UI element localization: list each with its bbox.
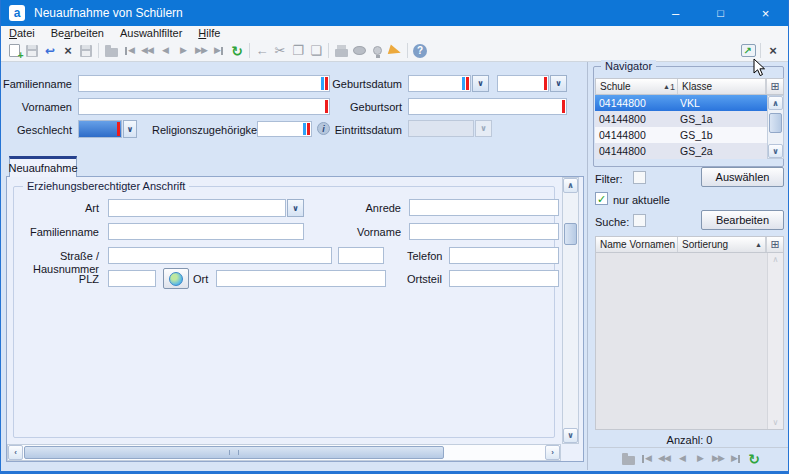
bearbeiten-button[interactable]: Bearbeiten <box>701 210 784 230</box>
geburtsort-input[interactable] <box>408 98 567 115</box>
fast-forward-button[interactable]: ▶▶ <box>192 42 210 59</box>
print-button[interactable] <box>332 42 350 59</box>
geschlecht-label: Geschlecht <box>1 124 72 137</box>
last-record-button[interactable]: ▶ <box>210 42 228 59</box>
new-record-button[interactable]: + <box>5 42 23 59</box>
fast-backward-button[interactable]: ◀◀ <box>138 42 156 59</box>
fast-backward-button[interactable]: ◀◀ <box>655 450 673 467</box>
column-header-schule[interactable]: Schule ▲ 1 <box>596 79 678 94</box>
geschlecht-combo[interactable]: ∨ <box>78 120 137 138</box>
chevron-down-icon[interactable]: ∨ <box>123 120 137 138</box>
vorname-input[interactable] <box>409 223 559 240</box>
table-row[interactable]: 04144800GS_1b <box>595 127 767 143</box>
last-record-button[interactable]: ▶ <box>727 450 745 467</box>
scroll-up-icon[interactable]: ∧ <box>563 178 578 193</box>
app-window: a Neuaufnahme von Schülern – □ × Datei B… <box>0 0 789 474</box>
preview-icon <box>353 46 366 55</box>
scroll-left-icon[interactable]: ‹ <box>8 445 23 460</box>
help-button[interactable]: ? <box>411 42 429 59</box>
menu-bearbeiten[interactable]: Bearbeiten <box>43 26 112 40</box>
hausnummer-input[interactable] <box>338 247 384 264</box>
paste-button[interactable]: ❏ <box>307 42 325 59</box>
info-icon[interactable]: i <box>317 122 330 135</box>
save-close-button[interactable] <box>77 42 95 59</box>
scroll-up-icon[interactable]: ∧ <box>768 96 783 110</box>
chevron-down-icon[interactable]: ∨ <box>550 75 567 92</box>
anrede-input[interactable] <box>409 199 559 216</box>
nur-aktuelle-checkbox[interactable]: ✓ <box>595 192 608 205</box>
required-marker <box>325 77 328 90</box>
first-record-button[interactable]: ◀ <box>637 450 655 467</box>
next-record-button[interactable]: ▶ <box>691 450 709 467</box>
cut-button[interactable]: ✂ <box>271 42 289 59</box>
save-button[interactable] <box>23 42 41 59</box>
maximize-button[interactable]: □ <box>698 0 743 26</box>
vornamen-input[interactable] <box>78 98 330 115</box>
notification-button[interactable] <box>386 42 404 59</box>
copy-button[interactable]: ❐ <box>289 42 307 59</box>
tab-neuaufnahme[interactable]: Neuaufnahme <box>9 156 77 177</box>
chevron-down-icon[interactable]: ∨ <box>472 75 489 92</box>
refresh-button[interactable]: ↻ <box>745 450 763 467</box>
column-header-sortierung[interactable]: Sortierung ▲ <box>678 237 766 252</box>
column-header-klasse[interactable]: Klasse <box>678 79 766 94</box>
religion-input[interactable] <box>257 121 312 137</box>
plz-lookup-button[interactable] <box>163 268 189 289</box>
column-header-name-vornamen[interactable]: Name Vornamen <box>596 237 678 252</box>
toolbar-separator <box>98 43 99 58</box>
detach-panel-button[interactable]: ↗ <box>739 42 757 59</box>
folder-button[interactable] <box>102 42 120 59</box>
undo-button[interactable]: ↩ <box>41 42 59 59</box>
suche-checkbox[interactable] <box>633 214 646 227</box>
scrollbar-thumb[interactable] <box>769 113 782 133</box>
column-chooser-icon[interactable]: ⊞ <box>766 237 783 252</box>
column-chooser-icon[interactable]: ⊞ <box>766 79 783 94</box>
menu-datei[interactable]: Datei <box>1 26 43 40</box>
first-record-button[interactable]: ◀ <box>120 42 138 59</box>
close-button[interactable]: × <box>743 0 788 26</box>
preview-button[interactable] <box>350 42 368 59</box>
lightbulb-icon <box>373 46 382 55</box>
folder-icon <box>622 456 635 465</box>
next-record-button[interactable]: ▶ <box>174 42 192 59</box>
previous-record-button[interactable]: ◀ <box>673 450 691 467</box>
form-vertical-scrollbar[interactable]: ∧ ∨ <box>562 177 579 444</box>
close-panel-button[interactable]: × <box>764 42 782 59</box>
filter-checkbox[interactable] <box>633 171 646 184</box>
geburtsdatum-combo[interactable]: ∨ <box>408 75 489 92</box>
ortsteil-input[interactable] <box>449 270 559 287</box>
table-row[interactable]: 04144800GS_2a <box>595 143 767 159</box>
chevron-down-icon[interactable]: ∨ <box>287 199 304 217</box>
menu-auswahlfilter[interactable]: Auswahlfilter <box>112 26 190 40</box>
folder-button[interactable] <box>619 450 637 467</box>
anzahl-status: Anzahl: 0 <box>595 434 784 447</box>
sort-asc-icon: ▲ <box>663 83 670 90</box>
results-scrollbar[interactable]: ∧ ∨ <box>767 253 783 429</box>
plz-input[interactable] <box>108 270 156 287</box>
art-combo[interactable]: ∨ <box>108 199 304 217</box>
menu-hilfe[interactable]: Hilfe <box>190 26 228 40</box>
previous-record-button[interactable]: ◀ <box>156 42 174 59</box>
fast-forward-button[interactable]: ▶▶ <box>709 450 727 467</box>
delete-button[interactable]: × <box>59 42 77 59</box>
table-row[interactable]: 04144800GS_1a <box>595 111 767 127</box>
familienname-input[interactable] <box>78 75 330 92</box>
ort-input[interactable] <box>216 270 386 287</box>
scrollbar-thumb[interactable] <box>564 223 577 245</box>
hint-button[interactable] <box>368 42 386 59</box>
navigator-scrollbar[interactable]: ∧ ∨ <box>767 95 784 159</box>
strasse-input[interactable] <box>108 247 332 264</box>
minimize-button[interactable]: – <box>653 0 698 26</box>
telefon-input[interactable] <box>449 247 559 264</box>
form-horizontal-scrollbar[interactable]: ‹ › <box>7 444 561 461</box>
scroll-down-icon[interactable]: ∨ <box>563 428 578 443</box>
guardian-familienname-input[interactable] <box>108 223 304 240</box>
table-row[interactable]: 04144800VKL <box>595 95 767 111</box>
back-button[interactable]: ← <box>253 42 271 59</box>
scrollbar-thumb[interactable] <box>24 446 444 459</box>
scroll-right-icon[interactable]: › <box>545 445 560 460</box>
geburtsdatum-year-combo[interactable]: ∨ <box>497 75 567 92</box>
refresh-button[interactable]: ↻ <box>228 42 246 59</box>
scroll-down-icon[interactable]: ∨ <box>768 144 783 158</box>
auswaehlen-button[interactable]: Auswählen <box>701 167 784 187</box>
